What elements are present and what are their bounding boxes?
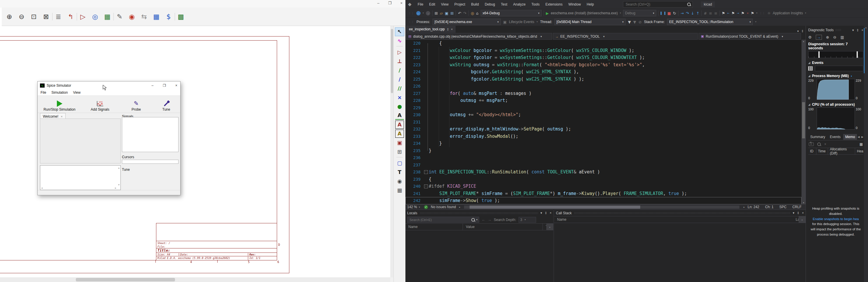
take-snapshot-icon[interactable] xyxy=(809,142,814,146)
call-stack-scrollbar[interactable]: ▴ xyxy=(799,216,806,223)
line-number[interactable]: 233 xyxy=(405,133,423,140)
locals-search-box[interactable]: ▾ xyxy=(407,217,479,223)
code-line[interactable]: 236 xyxy=(405,154,802,162)
code-line[interactable]: 240−#ifdef KICAD_SPICE xyxy=(405,183,802,190)
filter-flagged-icon[interactable]: ▼ xyxy=(633,20,636,24)
breadcrumb-project[interactable]: ▤ dialog_annotate.cpp.obj (eeschema\CMak… xyxy=(406,33,552,40)
line-number[interactable]: 223 xyxy=(405,61,423,68)
call-stack-pin-icon[interactable]: ‡ xyxy=(797,211,799,215)
code-line[interactable]: 221 wxColour bgcolor = wxSystemSettings:… xyxy=(405,47,802,54)
code-line[interactable]: 241 SIM_PLOT_FRAME* simFrame = (SIM_PLOT… xyxy=(405,190,802,197)
tab-close-icon[interactable]: × xyxy=(451,28,453,31)
diag-settings-gear-icon[interactable]: ⚙ xyxy=(808,35,812,39)
pcb-editor-icon[interactable]: ▩ xyxy=(176,11,186,22)
save-all-icon[interactable]: ⊞ xyxy=(450,11,454,15)
kicad-maximize-icon[interactable]: ❐ xyxy=(388,1,392,5)
global-label-icon[interactable]: A xyxy=(395,120,404,129)
code-viewport[interactable]: 220 {221 wxColour bgcolor = wxSystemSett… xyxy=(405,40,802,204)
dialog-menu-item[interactable]: Simulation xyxy=(51,90,68,94)
line-number[interactable]: 238 xyxy=(405,168,423,176)
footprint-chip-icon[interactable]: ▦ xyxy=(102,11,113,22)
undo-icon[interactable]: ↶ xyxy=(458,11,461,15)
float-window-icon[interactable]: ‡ xyxy=(802,29,803,33)
line-number[interactable]: 229 xyxy=(405,104,423,112)
code-line[interactable]: 237 xyxy=(405,162,802,169)
place-bus-icon[interactable]: / xyxy=(395,75,404,84)
lightbulb-icon[interactable]: ☼ xyxy=(767,11,771,15)
application-insights-label[interactable]: Application Insights xyxy=(773,11,803,15)
code-line[interactable]: 225 fgcolor.GetAsString( wxC2S_HTML_SYNT… xyxy=(405,76,802,83)
dialog-menu-item[interactable]: File xyxy=(40,90,46,94)
issues-status[interactable]: No issues found xyxy=(431,205,456,209)
restart-icon[interactable]: ↻ xyxy=(673,11,676,15)
start-debug-icon[interactable]: ▶ xyxy=(546,11,549,15)
bom-icon[interactable]: $ xyxy=(163,11,174,22)
tab-close-icon[interactable]: × xyxy=(61,115,62,118)
probe-button[interactable]: ✎ Probe xyxy=(119,96,154,112)
vs-search-input[interactable] xyxy=(625,2,685,7)
diag-pin-icon[interactable]: ‡ xyxy=(857,28,858,32)
vs-menu-item[interactable]: Help xyxy=(584,1,596,7)
comment-icon[interactable]: ≡ xyxy=(714,11,717,15)
tab-memory[interactable]: Memo xyxy=(843,134,857,140)
fold-marker-icon[interactable]: − xyxy=(423,183,429,190)
dialog-maximize-icon[interactable]: ❐ xyxy=(163,84,166,88)
line-number[interactable]: 241 xyxy=(405,190,423,197)
vs-search-box[interactable] xyxy=(623,1,693,8)
simulation-probe-icon[interactable]: ◎ xyxy=(90,11,100,22)
diag-zoom-in-icon[interactable]: ⊕ xyxy=(826,35,829,39)
locals-dropdown-icon[interactable]: ▾ xyxy=(540,211,542,215)
tab-pin-icon[interactable]: ‡ xyxy=(447,28,449,31)
locals-close-icon[interactable]: × xyxy=(550,211,552,215)
scroll-left-icon[interactable]: ◂ xyxy=(41,186,42,190)
dialog-close-icon[interactable]: × xyxy=(175,84,177,88)
vs-menu-item[interactable]: Debug xyxy=(483,1,497,7)
line-number[interactable]: 227 xyxy=(405,90,423,97)
vs-menu-item[interactable]: Tools xyxy=(529,1,542,7)
code-line[interactable]: 226 xyxy=(405,83,802,90)
search-back-icon[interactable]: ← xyxy=(482,218,485,222)
code-line[interactable]: 232 error_display.m_htmlWindow->SetPage(… xyxy=(405,125,802,133)
call-stack-close-icon[interactable]: × xyxy=(802,211,804,215)
bookmark-icon[interactable]: ⚑ xyxy=(722,11,725,15)
cursors-listbox[interactable] xyxy=(122,160,179,164)
stack-frame-select[interactable]: EE_INSPECTION_TOOL::RunSimulation▾ xyxy=(667,19,753,25)
tab-list-dropdown-icon[interactable]: ▾ xyxy=(797,29,799,33)
graphic-shapes-icon[interactable]: ▢ xyxy=(395,159,404,167)
suppress-events-icon[interactable]: ⊘ xyxy=(639,20,642,24)
add-signals-button[interactable]: V(t) Add Signals xyxy=(82,96,119,112)
locals-col-name[interactable]: Name xyxy=(405,224,463,230)
vs-menu-item[interactable]: Edit xyxy=(427,1,437,7)
step-out-icon[interactable]: ↑ xyxy=(696,11,700,15)
tab-ee-inspection-tool[interactable]: ee_inspection_tool.cpp ‡ × xyxy=(406,26,456,33)
code-line[interactable]: 224 bgcolor.GetAsString( wxC2S_HTML_SYNT… xyxy=(405,68,802,76)
locals-scrollbar[interactable]: ▴ xyxy=(546,224,553,230)
code-line[interactable]: 222 wxColour fgcolor = wxSystemSettings:… xyxy=(405,54,802,61)
simulator-icon[interactable]: ▷ xyxy=(78,11,88,22)
next-bookmark-icon[interactable]: ⚑ xyxy=(741,11,745,15)
place-symbol-icon[interactable]: ▷ xyxy=(395,48,404,56)
signals-listbox[interactable] xyxy=(122,117,179,152)
navigate-back-icon[interactable]: ← xyxy=(416,11,421,16)
locals-search-input[interactable] xyxy=(409,218,470,222)
line-number[interactable]: 242 xyxy=(405,197,423,204)
hierarchical-sheet-icon[interactable]: ▣ xyxy=(395,139,404,147)
erc-ladybug-icon[interactable]: ◉ xyxy=(127,11,137,22)
debug-mode-select[interactable]: Debug▾ xyxy=(623,10,656,16)
hierarchical-label-icon[interactable]: A xyxy=(395,130,404,138)
delete-tool-icon[interactable]: ▦ xyxy=(395,186,404,194)
code-line[interactable]: 235} xyxy=(405,147,802,154)
code-line[interactable]: 230 outmsg += "</body></html>"; xyxy=(405,111,802,118)
breadcrumb-class[interactable]: → EE_INSPECTION_TOOL ▾ xyxy=(553,33,698,40)
tab-events[interactable]: Events xyxy=(828,134,843,140)
line-number[interactable]: 235 xyxy=(405,147,423,154)
simulator-console[interactable]: ▴ ▾ ◂ ▸ xyxy=(40,165,121,190)
no-connect-icon[interactable]: × xyxy=(395,93,404,102)
annotate-icon[interactable]: ✎ xyxy=(114,11,125,22)
events-collapse-icon[interactable]: ◢ xyxy=(808,61,810,64)
zoom-out-icon[interactable]: ⊖ xyxy=(16,11,27,22)
diag-dropdown-icon[interactable]: ▾ xyxy=(852,28,854,32)
line-number[interactable]: 226 xyxy=(405,83,423,90)
assign-footprints-icon[interactable]: ⇆ xyxy=(139,11,149,22)
place-power-port-icon[interactable]: ⊥ xyxy=(395,57,404,65)
